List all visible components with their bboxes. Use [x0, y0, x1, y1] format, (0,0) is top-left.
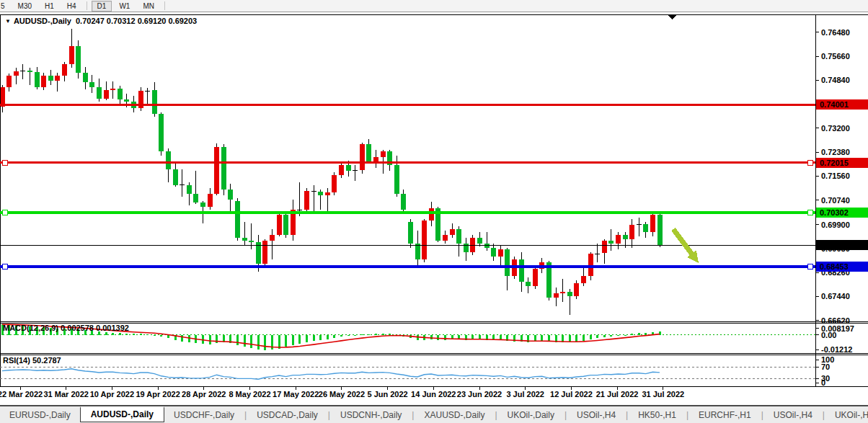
- date-tick[interactable]: 26 May 2022: [319, 390, 365, 398]
- chart-tab-USOil-H4[interactable]: USOil-,H4: [764, 408, 822, 422]
- hline-0.72015[interactable]: 0.72015: [0, 158, 868, 168]
- rsi-line: [2, 369, 660, 379]
- price-tick: 0.69900: [821, 221, 850, 229]
- price-tick: 0.71560: [821, 172, 850, 180]
- hline-0.74001[interactable]: 0.74001: [0, 99, 868, 110]
- macd-indicator-label: MACD(12,26,9) 0.002578 0.001392: [3, 324, 129, 332]
- date-tick[interactable]: 12 Jul 2022: [550, 390, 593, 398]
- line-handle[interactable]: [2, 264, 7, 270]
- chart-canvas[interactable]: 0.764800.756600.748400.732000.723800.715…: [0, 0, 868, 408]
- hline-price-label: 0.68453: [820, 262, 849, 271]
- hline-0.68453[interactable]: 0.68453: [0, 262, 868, 272]
- line-handle[interactable]: [807, 160, 812, 165]
- down-arrow-annotation[interactable]: [673, 229, 699, 263]
- chart-tab-UKOil-H4[interactable]: UKOil-,H4: [825, 408, 868, 422]
- price-tick: 0.75660: [821, 52, 850, 61]
- date-tick[interactable]: 10 Apr 2022: [90, 390, 134, 398]
- price-tick: 0.70740: [821, 196, 850, 205]
- hline-price-label: 0.72015: [820, 159, 849, 167]
- date-tick[interactable]: 31 Jul 2022: [642, 390, 684, 398]
- line-handle[interactable]: [2, 210, 7, 215]
- chart-symbol: AUDUSD-,Daily: [14, 17, 71, 25]
- tab-separator: |: [328, 410, 330, 420]
- hline-price-label: 0.74001: [820, 100, 849, 109]
- period-button-W1[interactable]: W1: [113, 1, 136, 12]
- price-tick: 0.72380: [821, 148, 850, 156]
- chart-tab-USDCAD-Daily[interactable]: USDCAD-,Daily: [247, 408, 327, 422]
- macd-axis-label: 0.00: [821, 331, 836, 339]
- tab-separator: |: [823, 410, 825, 420]
- tab-separator: |: [495, 410, 497, 420]
- rsi-indicator-label: RSI(14) 50.2787: [3, 356, 61, 365]
- line-handle[interactable]: [807, 264, 812, 270]
- rsi-name: RSI(14): [3, 356, 30, 365]
- period-button-MN[interactable]: MN: [137, 1, 160, 12]
- chart-tab-UKOil-Daily[interactable]: UKOil-,Daily: [498, 408, 564, 422]
- hline-price-label: 0.70302: [820, 208, 849, 217]
- chart-tab-USDCNH-Daily[interactable]: USDCNH-,Daily: [331, 408, 411, 422]
- chart-tab-USOil-H4[interactable]: USOil-,H4: [567, 408, 625, 422]
- macd-axis-label: -0.01212: [821, 345, 852, 354]
- mt4-window: 5M30H1H4D1W1MN 0.764800.756600.748400.73…: [0, 0, 868, 423]
- tab-separator: |: [244, 410, 247, 420]
- chart-tab-USDCHF-Daily[interactable]: USDCHF-,Daily: [164, 408, 244, 422]
- price-tick: 0.74840: [821, 76, 850, 84]
- date-tick[interactable]: 3 Jul 2022: [506, 390, 544, 398]
- line-handle[interactable]: [807, 210, 812, 215]
- date-tick[interactable]: 14 Jun 2022: [411, 390, 456, 398]
- tab-separator: |: [761, 410, 763, 420]
- rsi-value: 50.2787: [32, 356, 61, 365]
- date-tick[interactable]: 31 Mar 2022: [44, 390, 89, 398]
- chart-title: ▼AUDUSD-,Daily0.70247 0.70312 0.69120 0.…: [5, 17, 197, 25]
- rsi-axis-label: 0: [821, 378, 825, 387]
- chart-tab-XAUUSD-Daily[interactable]: XAUUSD-,Daily: [415, 408, 494, 422]
- date-tick[interactable]: 8 May 2022: [229, 390, 270, 398]
- chart-tab-EURUSD-Daily[interactable]: EURUSD-,Daily: [0, 408, 80, 422]
- date-tick[interactable]: 21 Jul 2022: [596, 390, 639, 398]
- date-tick[interactable]: 28 Apr 2022: [182, 390, 226, 398]
- hline-0.70302[interactable]: 0.70302: [0, 208, 868, 218]
- date-tick[interactable]: 19 Apr 2022: [136, 390, 180, 398]
- chart-tab-HK50-H1[interactable]: HK50-,H1: [629, 408, 686, 422]
- period-button-M30[interactable]: M30: [12, 1, 37, 12]
- toolbar-separator: [87, 1, 87, 10]
- period-button-D1[interactable]: D1: [92, 1, 112, 12]
- chart-ohlc-values: 0.70247 0.70312 0.69120 0.69203: [76, 17, 197, 25]
- period-button-H1[interactable]: H1: [39, 1, 60, 12]
- date-tick[interactable]: 22 Mar 2022: [0, 390, 43, 398]
- macd-main-value: 0.002578: [61, 324, 94, 332]
- period-toolbar: 5M30H1H4D1W1MN: [0, 0, 868, 12]
- tab-separator: |: [686, 410, 688, 420]
- price-tick: 0.73200: [821, 124, 850, 133]
- tab-separator: |: [412, 410, 414, 420]
- price-tick: 0.67440: [821, 292, 850, 300]
- date-tick[interactable]: 23 Jun 2022: [457, 390, 502, 398]
- bid-price-label: 0.69203: [820, 241, 849, 249]
- rsi-axis-label: 70: [821, 362, 830, 371]
- period-button-H4[interactable]: H4: [61, 1, 82, 12]
- chart-shift-marker-icon[interactable]: [668, 15, 676, 19]
- collapse-triangle-icon[interactable]: ▼: [5, 18, 11, 25]
- chart-tab-AUDUSD-Daily[interactable]: AUDUSD-,Daily: [80, 406, 164, 422]
- price-tick: 0.76480: [821, 28, 850, 37]
- toolbar-separator: [164, 1, 165, 10]
- chart-tab-bar: EURUSD-,DailyAUDUSD-,DailyUSDCHF-,Daily|…: [0, 405, 868, 423]
- macd-name: MACD(12,26,9): [3, 324, 58, 332]
- date-tick[interactable]: 5 Jun 2022: [367, 390, 407, 398]
- chart-tab-EURCHF-H1[interactable]: EURCHF-,H1: [689, 408, 761, 422]
- tab-separator: |: [564, 410, 567, 420]
- candles[interactable]: [0, 29, 663, 315]
- period-button-5[interactable]: 5: [0, 1, 11, 12]
- macd-signal-value: 0.001392: [96, 324, 129, 332]
- line-handle[interactable]: [2, 160, 7, 165]
- tab-separator: |: [626, 410, 628, 420]
- date-tick[interactable]: 17 May 2022: [273, 390, 319, 398]
